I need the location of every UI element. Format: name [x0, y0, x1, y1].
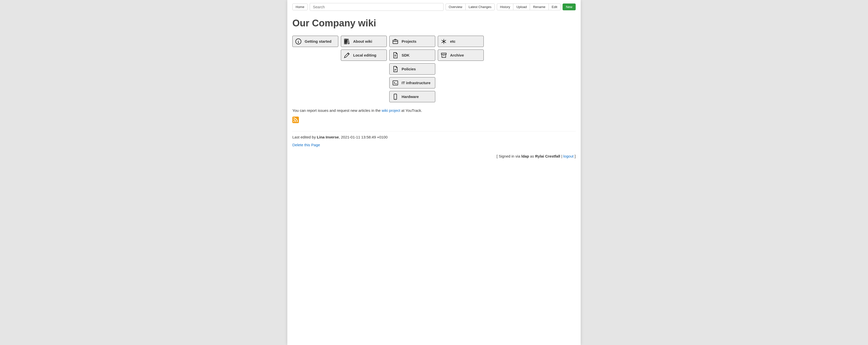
tile-label: Getting started: [305, 39, 332, 44]
tile-archive[interactable]: Archive: [438, 50, 484, 61]
terminal-icon: [392, 80, 399, 86]
tile-label: Archive: [450, 53, 464, 57]
tile-about-wiki[interactable]: About wiki: [341, 36, 387, 47]
wiki-project-link[interactable]: wiki project: [382, 108, 400, 113]
svg-point-4: [298, 40, 299, 40]
footer-pre: [ Signed in via: [497, 154, 521, 158]
info-icon: [295, 38, 302, 45]
home-button[interactable]: Home: [292, 3, 308, 10]
page-title: Our Company wiki: [292, 18, 576, 29]
tile-sdk[interactable]: SDK: [389, 50, 435, 61]
history-button[interactable]: History: [497, 3, 514, 10]
svg-rect-21: [441, 53, 446, 54]
report-text: You can report issues and request new ar…: [292, 108, 576, 113]
briefcase-icon: [392, 38, 399, 45]
page-container: Home Overview Latest Changes History Upl…: [287, 0, 581, 345]
document-icon: [392, 52, 399, 59]
pencil-icon: [344, 52, 350, 59]
asterisk-icon: [440, 38, 447, 45]
svg-rect-14: [393, 81, 398, 85]
tile-label: About wiki: [353, 39, 372, 44]
new-button[interactable]: New: [563, 3, 576, 10]
last-edited: Last edited by Lina Inverse, 2021-01-11 …: [292, 135, 576, 139]
tile-etc[interactable]: etc: [438, 36, 484, 47]
svg-point-17: [395, 98, 396, 99]
archive-icon: [440, 52, 447, 59]
top-toolbar: Home Overview Latest Changes History Upl…: [292, 3, 576, 11]
tile-label: Hardware: [402, 94, 419, 99]
tile-label: Local editing: [353, 53, 376, 57]
tile-local-editing[interactable]: Local editing: [341, 50, 387, 61]
search-input[interactable]: [310, 3, 443, 11]
divider: [292, 131, 576, 132]
svg-rect-10: [393, 40, 398, 44]
footer-user: Rylai Crestfall: [535, 154, 560, 158]
tile-hardware[interactable]: Hardware: [389, 91, 435, 102]
svg-point-23: [293, 121, 294, 122]
file-check-icon: [392, 66, 399, 73]
tile-label: SDK: [402, 53, 410, 57]
tile-it-infrastructure[interactable]: IT infrastructure: [389, 77, 435, 88]
footer-sep: |: [560, 154, 563, 158]
tile-label: Policies: [402, 67, 416, 71]
rename-button[interactable]: Rename: [530, 3, 549, 10]
actions-group: History Upload Rename Edit: [497, 3, 561, 10]
view-group: Overview Latest Changes: [445, 3, 495, 10]
tile-policies[interactable]: Policies: [389, 63, 435, 75]
logout-link[interactable]: logout: [563, 154, 574, 158]
latest-changes-button[interactable]: Latest Changes: [465, 3, 495, 10]
report-post: at YouTrack.: [400, 108, 422, 113]
rss-icon[interactable]: [292, 117, 299, 123]
tile-grid: Getting started About wiki Local editing: [292, 36, 576, 102]
footer: [ Signed in via ldap as Rylai Crestfall …: [292, 154, 576, 158]
footer-provider: ldap: [521, 154, 529, 158]
tile-column-2: About wiki Local editing: [341, 36, 387, 102]
tile-getting-started[interactable]: Getting started: [292, 36, 338, 47]
tile-column-1: Getting started: [292, 36, 338, 102]
footer-post: ]: [574, 154, 576, 158]
edited-author: Lina Inverse: [317, 135, 339, 139]
books-icon: [344, 38, 350, 45]
mobile-icon: [392, 93, 399, 100]
delete-page-link[interactable]: Delete this Page: [292, 143, 320, 147]
tile-column-3: Projects SDK Policies IT infrastructure: [389, 36, 435, 102]
svg-line-9: [348, 53, 349, 54]
tile-projects[interactable]: Projects: [389, 36, 435, 47]
tile-label: etc: [450, 39, 456, 44]
report-pre: You can report issues and request new ar…: [292, 108, 382, 113]
edited-pre: Last edited by: [292, 135, 317, 139]
edited-post: , 2021-01-11 13:58:49 +0100: [339, 135, 388, 139]
tile-column-4: etc Archive: [438, 36, 484, 102]
upload-button[interactable]: Upload: [513, 3, 530, 10]
edit-button[interactable]: Edit: [549, 3, 561, 10]
overview-button[interactable]: Overview: [445, 3, 466, 10]
footer-as: as: [529, 154, 535, 158]
tile-label: IT infrastructure: [402, 81, 431, 85]
tile-label: Projects: [402, 39, 416, 44]
